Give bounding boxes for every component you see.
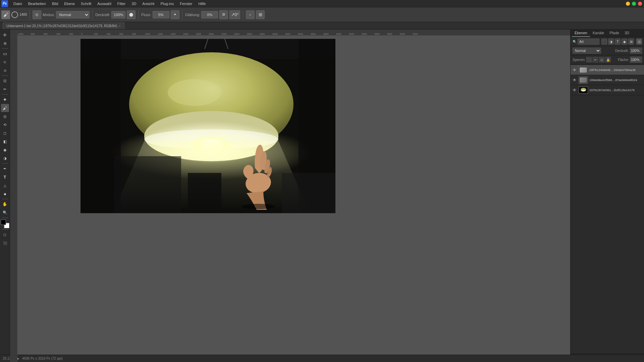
blur-tool[interactable]: ◉ [1,146,9,154]
smoothing-settings-icon[interactable]: ⚙ [219,10,228,19]
symmetry-icon[interactable]: ⌿ [246,10,255,19]
healing-tool[interactable]: ✚ [1,96,9,104]
vertical-ruler [10,36,17,362]
toolbox: ✛ ⊞ ▭ ⊂ ⊙ ⊡ ✏ ✚ 🖌 ◎ ⟲ ◻ ◧ ◉ ◑ ✒ T △ ◆ ✋ … [0,29,10,362]
glattung-label: Glättung: [185,13,200,17]
clone-stamp-tool[interactable]: ◎ [1,112,9,120]
main-area: ✛ ⊞ ▭ ⊂ ⊙ ⊡ ✏ ✚ 🖌 ◎ ⟲ ◻ ◧ ◉ ◑ ✒ T △ ◆ ✋ … [0,29,644,362]
eraser-tool[interactable]: ◻ [1,129,9,137]
glattung-input[interactable] [201,11,218,18]
hand-tool[interactable]: ✋ [1,200,9,208]
deckraft-input[interactable] [111,11,125,18]
fill-input[interactable] [630,57,642,63]
opacity-input[interactable] [630,48,642,54]
shape-tool[interactable]: ◆ [1,190,9,198]
brush-tool[interactable]: 🖌 [1,104,9,112]
rect-select-tool[interactable]: ▭ [1,50,9,58]
screen-mode[interactable]: ⬛ [1,239,9,247]
artboard-tool[interactable]: ⊞ [1,39,9,47]
svg-rect-17 [188,173,221,213]
modus-select[interactable]: Normal Multiplizieren Abblenden [56,11,90,18]
toolbar: 🖌 1400 ◎ Modus: Normal Multiplizieren Ab… [0,7,644,22]
layer-pixel-icon[interactable]: ⬛ [601,39,607,45]
layer-visibility-toggle[interactable]: 👁 [572,87,577,93]
menu-hilfe[interactable]: Hilfe [196,1,208,6]
path-select-tool[interactable]: △ [1,181,9,189]
layer-adjust-icon[interactable]: ◑ [608,39,614,45]
menu-bearbeiten[interactable]: Bearbeiten [25,1,49,6]
foreground-color-swatch[interactable] [1,220,6,225]
menu-3d[interactable]: 3D [129,1,139,6]
gradient-tool[interactable]: ◧ [1,137,9,145]
blending-row: Normal Multiplizieren Abblenden Aufhelle… [571,46,644,55]
minimize-button[interactable] [626,2,630,6]
lock-position-icon[interactable]: ✏ [593,57,598,62]
text-tool[interactable]: T [1,173,9,181]
menu-bild[interactable]: Bild [49,1,61,6]
layer-lock-row: Sperren: ⬛ ✏ ⊡ 🔒 Fläche: [571,55,644,64]
crop-tool[interactable]: ⊡ [1,77,9,85]
deckraft-label: Deckraft: [95,13,110,17]
menu-schrift[interactable]: Schrift [78,1,94,6]
layer-shape-icon[interactable]: ◆ [622,39,627,45]
tab-close-button[interactable]: × [119,24,120,27]
maximize-button[interactable] [632,2,636,6]
color-swatches [1,220,9,228]
lasso-tool[interactable]: ⊂ [1,58,9,66]
zoom-tool[interactable]: 🔍 [1,208,9,217]
menu-ansicht[interactable]: Ansicht [140,1,157,6]
document-tab[interactable]: Unbenannt-1 bei 20,1% (1970c267e0361312d… [3,22,124,29]
brush-tool-icon[interactable]: 🖌 [1,10,10,19]
close-button[interactable] [638,2,642,6]
tab-3d[interactable]: 3D [622,29,632,37]
blending-mode-select[interactable]: Normal Multiplizieren Abblenden Aufhelle… [573,48,601,54]
eyedropper-tool[interactable]: ✏ [1,85,9,93]
layer-name: 1970c267e0361...1b3f115e14179 [589,88,643,92]
canvas-image[interactable] [80,39,335,213]
menu-datei[interactable]: Datei [11,1,25,6]
tab-pfade[interactable]: Pfade [607,29,622,37]
angle-field[interactable]: ↗0° [229,10,240,19]
tabbar: Unbenannt-1 bei 20,1% (1970c267e0361312d… [0,22,644,29]
layer-item[interactable]: 👁 1970c267e0361...1b3f115e14179 [571,85,644,95]
history-brush-tool[interactable]: ⟲ [1,121,9,129]
quick-mask-mode[interactable]: ⬡ [1,231,9,239]
layer-smart-icon[interactable]: ⊞ [628,39,634,45]
filter-on-icon[interactable]: ⊙ [636,39,642,45]
extra-options-icon[interactable]: ⊞ [256,10,265,19]
lock-artboard-icon[interactable]: ⊡ [599,57,604,62]
menu-filter[interactable]: Filter [115,1,128,6]
menu-plugins[interactable]: Plug-ins [158,1,176,6]
tab-kanale[interactable]: Kanäle [590,29,607,37]
pressure-opacity-icon[interactable]: ◎ [33,10,41,19]
layer-item[interactable]: 👁 199e6dee42f968....87ee949448024 [571,75,644,85]
layer-name: 29f7b1240d448....293a047894a38 [589,68,643,72]
layer-type-icon[interactable]: T [615,39,621,45]
layer-item[interactable]: 👁 29f7b1240d448....293a047894a38 [571,65,644,75]
menu-ebene[interactable]: Ebene [61,1,77,6]
pen-tool[interactable]: ✒ [1,165,9,173]
lock-all-icon[interactable]: 🔒 [605,57,611,62]
lock-pixel-icon[interactable]: ⬛ [586,57,592,62]
dodge-tool[interactable]: ◑ [1,154,9,162]
layer-visibility-toggle[interactable]: 👁 [572,77,577,83]
tab-ebenen[interactable]: Ebenen [572,29,590,37]
pressure-flow-icon[interactable]: ⬤ [127,10,136,19]
airbrush-icon[interactable]: ✦ [171,10,179,19]
search-icon: 🔍 [573,40,577,44]
menubar: Ps Datei Bearbeiten Bild Ebene Schrift A… [0,0,644,7]
lamp-artwork [80,39,335,213]
fluss-input[interactable] [153,11,169,18]
panel-filter-toolbar: 🔍 ⬛ ◑ T ◆ ⊞ ⊙ [571,37,644,46]
svg-rect-18 [282,173,335,213]
quick-select-tool[interactable]: ⊙ [1,66,9,74]
layer-visibility-toggle[interactable]: 👁 [572,67,577,73]
menu-auswahl[interactable]: Auswahl [95,1,114,6]
layer-search-input[interactable] [578,39,599,45]
menu-fenster[interactable]: Fenster [177,1,195,6]
move-tool[interactable]: ✛ [1,31,9,39]
fluss-label: Fluss: [141,13,151,17]
app-icon: Ps [1,0,8,7]
svg-point-21 [581,89,586,91]
layer-thumbnail [579,86,588,94]
